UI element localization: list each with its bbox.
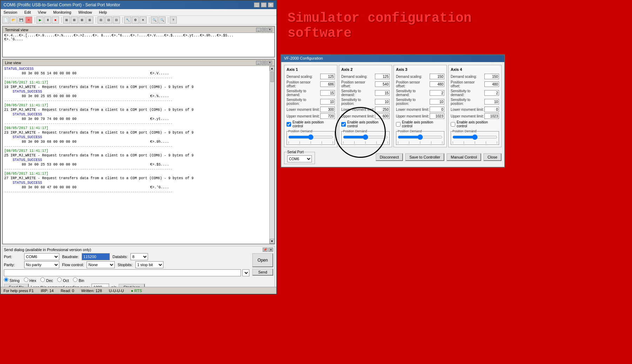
tb-grid2[interactable]: ⊞ bbox=[71, 16, 78, 23]
axis4-enable-checkbox[interactable] bbox=[451, 122, 455, 127]
axis4-enable-row: Enable axis position control bbox=[451, 120, 499, 128]
list-item: [08/05/2017 11:41:17] bbox=[4, 149, 268, 153]
axis2-upper-limit-input[interactable] bbox=[375, 113, 390, 119]
tb-close[interactable]: ✕ bbox=[25, 16, 32, 23]
axis1-sens-pos-input[interactable] bbox=[320, 99, 335, 105]
tb-grid3[interactable]: ⊞ bbox=[79, 16, 86, 23]
tb-grid4[interactable]: ⊞ bbox=[86, 16, 93, 23]
open-button[interactable]: Open bbox=[252, 253, 273, 267]
close-button[interactable]: ✕ bbox=[268, 2, 274, 7]
sd-pin[interactable]: 📌 bbox=[263, 248, 268, 252]
parity-select[interactable]: No parity bbox=[24, 261, 59, 268]
axis2-enable-checkbox[interactable] bbox=[341, 122, 346, 127]
tv-minimize[interactable]: _ bbox=[256, 28, 261, 32]
radio-oct[interactable]: Oct bbox=[57, 277, 69, 283]
axis4-lower-limit-input[interactable] bbox=[484, 107, 499, 112]
radio-bin[interactable]: Bin bbox=[73, 277, 84, 283]
menu-edit[interactable]: Edit bbox=[23, 10, 32, 15]
axis2-pd-slider[interactable] bbox=[343, 134, 388, 140]
tb-grid1[interactable]: ⊞ bbox=[63, 16, 70, 23]
manual-control-button[interactable]: Manual Control bbox=[446, 153, 481, 161]
menu-session[interactable]: Session bbox=[2, 10, 19, 15]
axis3-demand-scaling-input[interactable] bbox=[430, 74, 444, 79]
disconnect-button[interactable]: Disconnect bbox=[376, 153, 403, 161]
axis1-enable-checkbox[interactable] bbox=[287, 122, 291, 127]
axis4-pos-sensor-input[interactable] bbox=[484, 81, 499, 87]
flow-select[interactable]: None bbox=[87, 261, 115, 268]
lv-minimize[interactable]: _ bbox=[256, 61, 261, 65]
menu-window[interactable]: Window bbox=[77, 10, 93, 15]
tb-grid7[interactable]: ⊟ bbox=[113, 16, 120, 23]
axis1-pos-sensor-input[interactable] bbox=[320, 81, 335, 87]
tb-grid6[interactable]: ⊟ bbox=[105, 16, 112, 23]
tv-maximize[interactable]: □ bbox=[262, 28, 267, 32]
axis4-sens-demand-input[interactable] bbox=[484, 90, 499, 96]
minimize-button[interactable]: _ bbox=[254, 2, 260, 7]
command-input[interactable] bbox=[4, 269, 241, 276]
stopbits-select[interactable]: 1 stop bit bbox=[135, 261, 163, 268]
menu-monitoring[interactable]: Monitoring bbox=[52, 10, 73, 15]
close-vf2000-button[interactable]: Close bbox=[483, 153, 502, 161]
terminal-view-label: Terminal view bbox=[5, 28, 28, 32]
axis1-upper-limit-label: Upper movment limit: bbox=[287, 114, 320, 118]
tb-stop[interactable]: ■ bbox=[52, 16, 59, 23]
lv-close[interactable]: ✕ bbox=[267, 61, 272, 65]
axis4-upper-limit-input[interactable] bbox=[484, 113, 499, 119]
radio-dec[interactable]: Dec bbox=[40, 277, 53, 283]
tv-close[interactable]: ✕ bbox=[267, 28, 272, 32]
axis1-pd-slider[interactable] bbox=[288, 134, 333, 140]
axis3-lower-limit-input[interactable] bbox=[430, 107, 444, 112]
axis2-sens-pos-label: Sensitivity to position: bbox=[341, 98, 375, 106]
axis3-pd-slider[interactable] bbox=[398, 134, 443, 140]
axis3-sens-demand-input[interactable] bbox=[430, 90, 444, 96]
maximize-button[interactable]: □ bbox=[261, 2, 267, 7]
axis1-lower-limit-input[interactable] bbox=[320, 107, 335, 112]
axis1-demand-scaling-input[interactable] bbox=[320, 74, 335, 79]
port-select[interactable]: COM6 bbox=[24, 253, 59, 260]
tb-play[interactable]: ▶ bbox=[36, 16, 43, 23]
tb-grid5[interactable]: ⊟ bbox=[98, 16, 105, 23]
scrollbar-vertical[interactable]: ▲ ▼ bbox=[269, 66, 274, 244]
tb-help[interactable]: ? bbox=[170, 16, 177, 23]
axis2-sens-pos-input[interactable] bbox=[375, 99, 390, 105]
scroll-down[interactable]: ▼ bbox=[270, 239, 275, 244]
scroll-up[interactable]: ▲ bbox=[270, 66, 275, 71]
save-to-controller-button[interactable]: Save to Controller bbox=[405, 153, 444, 161]
axis2-lower-limit-input[interactable] bbox=[375, 107, 390, 112]
axis1-upper-limit-input[interactable] bbox=[320, 113, 335, 119]
encoding-select[interactable] bbox=[242, 269, 249, 276]
radio-string[interactable]: String bbox=[4, 277, 20, 283]
axis3-sens-pos-input[interactable] bbox=[430, 99, 444, 105]
axis3-upper-limit-row: Upper movment limit: bbox=[396, 113, 444, 119]
list-item: STATUS_SUCCESS bbox=[4, 112, 268, 117]
menu-view[interactable]: View bbox=[36, 10, 48, 15]
axis3-upper-limit-input[interactable] bbox=[430, 113, 444, 119]
tb-pause[interactable]: ⏸ bbox=[44, 16, 51, 23]
tb-x[interactable]: ✕ bbox=[140, 16, 147, 23]
tb-save[interactable]: 💾 bbox=[18, 16, 25, 23]
serial-port-select[interactable]: COM6 bbox=[287, 155, 312, 162]
baud-input[interactable] bbox=[82, 253, 110, 260]
axis3-enable-checkbox[interactable] bbox=[396, 122, 401, 127]
axis4-pd-slider[interactable] bbox=[452, 134, 497, 140]
tb-zoom-in[interactable]: 🔍 bbox=[151, 16, 158, 23]
databits-select[interactable]: 8 bbox=[130, 253, 148, 260]
lv-maximize[interactable]: □ bbox=[262, 61, 267, 65]
axis2-demand-scaling-input[interactable] bbox=[375, 74, 390, 79]
sd-close[interactable]: ✕ bbox=[268, 248, 273, 252]
axis3-pos-sensor-input[interactable] bbox=[430, 81, 444, 87]
tb-zoom-out[interactable]: 🔍 bbox=[159, 16, 166, 23]
axis4-sens-pos-input[interactable] bbox=[484, 99, 499, 105]
send-button[interactable]: Send bbox=[252, 269, 273, 276]
tb-settings[interactable]: ⚙ bbox=[132, 16, 139, 23]
axis4-demand-scaling-input[interactable] bbox=[484, 74, 499, 79]
radio-hex[interactable]: Hex bbox=[24, 277, 36, 283]
axis2-pos-sensor-input[interactable] bbox=[375, 81, 390, 87]
tb-open[interactable]: 📂 bbox=[10, 16, 17, 23]
axis1-sens-demand-input[interactable] bbox=[320, 90, 335, 96]
tb-filter[interactable]: 🔧 bbox=[124, 16, 131, 23]
axis2-sens-demand-input[interactable] bbox=[375, 90, 390, 96]
scroll-thumb[interactable] bbox=[270, 72, 274, 82]
tb-new[interactable]: 📄 bbox=[2, 16, 9, 23]
menu-help[interactable]: Help bbox=[98, 10, 108, 15]
